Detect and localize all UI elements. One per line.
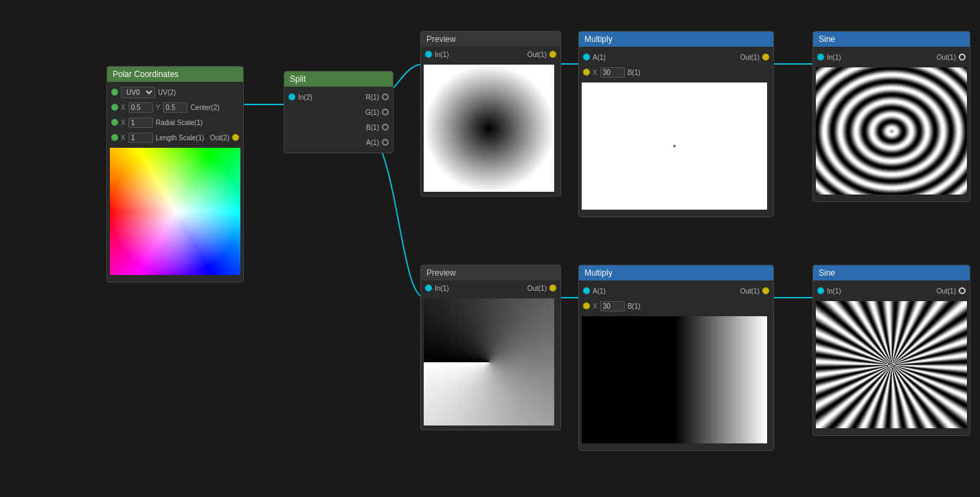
preview-bottom-in-dot[interactable] bbox=[425, 285, 432, 291]
radial-scale-input[interactable] bbox=[128, 118, 153, 128]
length-scale-label: Length Scale(1) bbox=[156, 134, 205, 142]
multiply-bottom-a-label: A(1) bbox=[593, 287, 606, 295]
center-input-dot[interactable] bbox=[111, 104, 118, 111]
multiply-bottom-b-input[interactable] bbox=[600, 301, 625, 311]
uv-dropdown[interactable]: UV0 bbox=[121, 87, 155, 98]
preview-bottom-header: Preview bbox=[421, 265, 560, 280]
preview-bottom-ports: In(1) Out(1) bbox=[421, 280, 560, 296]
g-label: G(1) bbox=[365, 109, 379, 116]
r-label: R(1) bbox=[366, 93, 379, 101]
sine-bottom-ports: In(1) Out(1) bbox=[813, 283, 970, 298]
multiply-bottom-b-label: B(1) bbox=[628, 302, 641, 310]
multiply-bottom-header: Multiply bbox=[579, 265, 773, 280]
multiply-top-b-label: B(1) bbox=[628, 69, 641, 76]
split-in-dot[interactable] bbox=[288, 93, 295, 100]
split-in-label: In(2) bbox=[298, 93, 312, 101]
multiply-top-a-label: A(1) bbox=[593, 54, 606, 61]
multiply-top-node: Multiply A(1) Out(1) X B(1) bbox=[578, 31, 774, 217]
preview-top-node: Preview In(1) Out(1) bbox=[420, 31, 561, 197]
sine-top-canvas bbox=[816, 67, 967, 195]
a-out-dot[interactable] bbox=[382, 139, 389, 146]
multiply-top-out-label: Out(1) bbox=[740, 54, 760, 61]
length-scale-input[interactable] bbox=[128, 133, 153, 143]
multiply-top-a-row: A(1) Out(1) bbox=[579, 49, 773, 65]
preview-top-out-dot[interactable] bbox=[549, 51, 556, 58]
multiply-top-canvas bbox=[582, 82, 767, 210]
radial-input-dot[interactable] bbox=[111, 119, 118, 126]
split-node: Split In(2) R(1) G(1) B(1) bbox=[284, 71, 394, 153]
preview-bottom-out-label: Out(1) bbox=[527, 285, 547, 292]
sine-bottom-canvas bbox=[816, 301, 967, 428]
preview-bottom-out-dot[interactable] bbox=[549, 285, 556, 291]
uv-label: UV(2) bbox=[158, 89, 176, 96]
center-x-input[interactable] bbox=[128, 102, 153, 113]
r-out-dot[interactable] bbox=[382, 93, 389, 100]
radial-scale-row: X Radial Scale(1) bbox=[107, 115, 243, 130]
multiply-top-b-dot[interactable] bbox=[583, 69, 590, 76]
preview-top-ports: In(1) Out(1) bbox=[421, 47, 560, 62]
b-row: B(1) bbox=[284, 120, 393, 135]
out2-dot[interactable] bbox=[232, 134, 239, 141]
sine-top-out-label: Out(1) bbox=[937, 54, 956, 61]
sine-top-node: Sine In(1) Out(1) bbox=[812, 31, 970, 202]
multiply-bottom-canvas bbox=[582, 316, 767, 443]
multiply-top-header: Multiply bbox=[579, 32, 773, 47]
g-out-dot[interactable] bbox=[382, 109, 389, 115]
split-header: Split bbox=[284, 71, 393, 87]
preview-top-header: Preview bbox=[421, 32, 560, 47]
center-row: X Y Center(2) bbox=[107, 100, 243, 115]
g-row: G(1) bbox=[284, 104, 393, 120]
sine-bottom-in-dot[interactable] bbox=[817, 287, 824, 294]
radial-scale-label: Radial Scale(1) bbox=[156, 119, 203, 126]
sine-top-ports: In(1) Out(1) bbox=[813, 49, 970, 65]
split-in-row: In(2) R(1) bbox=[284, 89, 393, 104]
multiply-top-b-input[interactable] bbox=[600, 67, 625, 78]
sine-bottom-header: Sine bbox=[813, 265, 970, 280]
multiply-top-out-dot[interactable] bbox=[762, 54, 769, 60]
sine-bottom-out-label: Out(1) bbox=[937, 287, 956, 295]
polar-coordinates-node: Polar Coordinates UV0 UV(2) X Y Center(2… bbox=[106, 66, 244, 283]
sine-top-header: Sine bbox=[813, 32, 970, 47]
angle-preview-canvas bbox=[424, 298, 554, 426]
multiply-bottom-a-dot[interactable] bbox=[583, 287, 590, 294]
uv-input-dot[interactable] bbox=[111, 89, 118, 96]
preview-bottom-node: Preview In(1) Out(1) bbox=[420, 265, 561, 430]
radial-preview-canvas bbox=[424, 65, 554, 192]
multiply-bottom-node: Multiply A(1) Out(1) X B(1) bbox=[578, 265, 774, 451]
sine-top-in-dot[interactable] bbox=[817, 54, 824, 60]
multiply-bottom-b-dot[interactable] bbox=[583, 302, 590, 309]
preview-top-out-label: Out(1) bbox=[527, 51, 547, 58]
sine-bottom-in-label: In(1) bbox=[827, 287, 841, 295]
multiply-bottom-out-dot[interactable] bbox=[762, 287, 769, 294]
length-input-dot[interactable] bbox=[111, 134, 118, 141]
sine-bottom-out-dot[interactable] bbox=[959, 287, 966, 294]
multiply-bottom-out-label: Out(1) bbox=[740, 287, 760, 295]
b-out-dot[interactable] bbox=[382, 124, 389, 131]
preview-top-in-dot[interactable] bbox=[425, 51, 432, 58]
a-label: A(1) bbox=[366, 139, 379, 146]
center-label: Center(2) bbox=[190, 104, 219, 111]
preview-bottom-in-label: In(1) bbox=[435, 285, 449, 292]
out2-label: Out(2) bbox=[210, 134, 229, 142]
b-label: B(1) bbox=[366, 124, 379, 131]
multiply-bottom-b-row: X B(1) bbox=[579, 298, 773, 313]
uv-row: UV0 UV(2) bbox=[107, 85, 243, 100]
multiply-bottom-a-row: A(1) Out(1) bbox=[579, 283, 773, 298]
sine-top-out-dot[interactable] bbox=[959, 54, 966, 60]
center-y-input[interactable] bbox=[163, 102, 187, 113]
polar-coordinates-header: Polar Coordinates bbox=[107, 67, 243, 82]
multiply-top-a-dot[interactable] bbox=[583, 54, 590, 60]
polar-color-canvas bbox=[110, 148, 240, 275]
sine-top-in-label: In(1) bbox=[827, 54, 841, 61]
length-scale-row: X Length Scale(1) Out(2) bbox=[107, 130, 243, 145]
multiply-top-b-row: X B(1) bbox=[579, 65, 773, 80]
a-row: A(1) bbox=[284, 135, 393, 150]
preview-top-in-label: In(1) bbox=[435, 51, 449, 58]
sine-bottom-node: Sine In(1) Out(1) bbox=[812, 265, 970, 436]
